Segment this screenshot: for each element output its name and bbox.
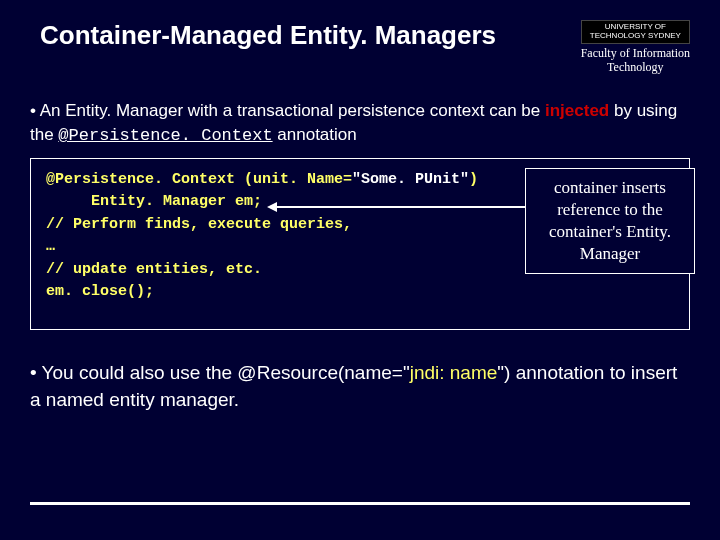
code-l1a: @Persistence. Context (unit. Name= [46, 171, 352, 188]
faculty-name: Faculty of Information Technology [581, 46, 690, 75]
callout-box: container inserts reference to the conta… [525, 168, 695, 274]
code-l1b: "Some. PUnit" [352, 171, 469, 188]
code-l3: // Perform finds, execute queries, [46, 216, 352, 233]
code-l2: Entity. Manager em; [46, 193, 262, 210]
bullet-2: • You could also use the @Resource(name=… [30, 360, 690, 413]
bullet1-injected: injected [545, 101, 609, 120]
faculty-line2: Technology [607, 60, 663, 74]
slide-title: Container-Managed Entity. Managers [30, 20, 496, 51]
code-l6: em. close(); [46, 283, 154, 300]
bullet2-jndi: jndi: name [410, 362, 498, 383]
logo-area: UNIVERSITY OF TECHNOLOGY SYDNEY Faculty … [581, 20, 690, 74]
code-l5: // update entities, etc. [46, 261, 262, 278]
faculty-line1: Faculty of Information [581, 46, 690, 60]
header: Container-Managed Entity. Managers UNIVE… [30, 20, 690, 74]
code-l4: … [46, 238, 55, 255]
footer-divider [30, 502, 690, 505]
bullet1-pre: • An Entity. Manager with a transactiona… [30, 101, 545, 120]
university-logo: UNIVERSITY OF TECHNOLOGY SYDNEY [581, 20, 690, 44]
code-l1c: ) [469, 171, 478, 188]
bullet1-post: annotation [273, 125, 357, 144]
bullet-1: • An Entity. Manager with a transactiona… [30, 99, 690, 148]
logo-line1: UNIVERSITY OF [605, 22, 666, 31]
logo-line2: TECHNOLOGY SYDNEY [590, 31, 681, 40]
bullet1-annotation: @Persistence. Context [58, 126, 272, 145]
arrow-icon [275, 206, 555, 208]
code-container: @Persistence. Context (unit. Name="Some.… [30, 158, 690, 330]
bullet2-pre: • You could also use the @Resource(name=… [30, 362, 410, 383]
